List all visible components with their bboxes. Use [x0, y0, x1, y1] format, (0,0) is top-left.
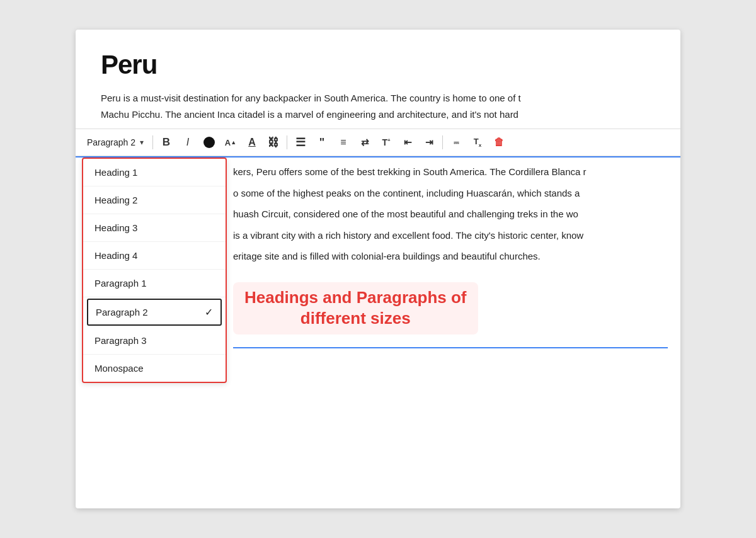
superscript-button[interactable]: T+	[377, 133, 396, 152]
delete-button[interactable]: 🗑	[490, 133, 508, 152]
indent-left-button[interactable]: ⇤	[398, 133, 417, 152]
dropdown-item-paragraph2[interactable]: Paragraph 2 ✓	[87, 299, 222, 326]
numbered-list-button[interactable]: ⇄	[355, 133, 374, 152]
link-icon: ⛓	[268, 136, 279, 149]
bottom-blue-line	[233, 347, 668, 348]
dropdown-item-heading3[interactable]: Heading 3	[83, 214, 226, 242]
quote-icon: "	[319, 136, 325, 149]
annotation-line1: Headings and Paragraphs of	[244, 287, 467, 309]
dropdown-item-heading4[interactable]: Heading 4	[83, 242, 226, 270]
color-button[interactable]	[200, 133, 219, 152]
content-line-5: eritage site and is filled with colonial…	[233, 248, 668, 265]
annotation-box: Headings and Paragraphs of different siz…	[233, 282, 478, 335]
body-line-1: Peru is a must-visit destination for any…	[101, 90, 655, 106]
style-selector-label: Paragraph 2	[87, 137, 137, 147]
content-line-3: huash Circuit, considered one of the mos…	[233, 206, 668, 222]
indent-right-icon: ⇥	[425, 137, 433, 148]
color-circle-icon	[203, 137, 215, 148]
toolbar-divider-1	[152, 135, 153, 149]
underline-icon: A	[248, 137, 256, 148]
link-button[interactable]: ⛓	[264, 133, 283, 152]
dropdown-item-heading1[interactable]: Heading 1	[83, 159, 226, 186]
dropdown-item-label: Heading 3	[94, 222, 137, 233]
numbered-list-icon: ⇄	[361, 137, 369, 148]
clear-format-icon: Tx	[474, 137, 481, 148]
quote-button[interactable]: "	[312, 133, 331, 152]
document-title: Peru	[76, 30, 680, 90]
content-area: Heading 1 Heading 2 Heading 3 Heading 4 …	[76, 156, 680, 361]
dropdown-item-paragraph1[interactable]: Paragraph 1	[83, 270, 226, 297]
checkmark-icon: ✓	[205, 306, 213, 318]
dropdown-item-paragraph3[interactable]: Paragraph 3	[83, 327, 226, 355]
dropdown-item-label: Monospace	[94, 363, 144, 374]
toolbar-divider-3	[442, 135, 443, 149]
dropdown-item-label: Heading 1	[94, 167, 137, 178]
bullet-list-button[interactable]: ≡	[334, 133, 353, 152]
dropdown-item-label: Paragraph 2	[96, 307, 148, 318]
indent-right-button[interactable]: ⇥	[420, 133, 438, 152]
italic-button[interactable]: I	[178, 133, 197, 152]
table-button[interactable]: ⎓	[447, 133, 466, 152]
dropdown-item-monospace[interactable]: Monospace	[83, 355, 226, 382]
content-line-2: o some of the highest peaks on the conti…	[233, 185, 668, 202]
editor-container: Peru Peru is a must-visit destination fo…	[76, 30, 680, 508]
font-size-up-button[interactable]: A▲	[221, 133, 240, 152]
dropdown-item-label: Paragraph 3	[94, 335, 147, 346]
dropdown-item-heading2[interactable]: Heading 2	[83, 186, 226, 214]
style-dropdown-menu[interactable]: Heading 1 Heading 2 Heading 3 Heading 4 …	[82, 157, 227, 383]
toolbar: Paragraph 2 ▾ B I A▲ A ⛓ ☰ " ≡ ⇄	[76, 129, 680, 156]
content-line-1: kers, Peru offers some of the best trekk…	[233, 164, 668, 180]
bullet-list-icon: ≡	[340, 137, 346, 148]
delete-icon: 🗑	[494, 137, 504, 148]
underline-button[interactable]: A	[243, 133, 261, 152]
style-selector[interactable]: Paragraph 2 ▾	[82, 135, 149, 150]
dropdown-item-label: Paragraph 1	[94, 278, 147, 289]
content-line-4: is a vibrant city with a rich history an…	[233, 227, 668, 244]
chevron-down-icon: ▾	[140, 138, 144, 147]
superscript-icon: T+	[382, 137, 390, 147]
toolbar-divider-2	[287, 135, 287, 149]
dropdown-item-label: Heading 2	[94, 195, 137, 205]
align-button[interactable]: ☰	[291, 133, 310, 152]
indent-left-icon: ⇤	[404, 137, 412, 148]
annotation-line2: different sizes	[244, 308, 467, 329]
align-icon: ☰	[295, 135, 306, 149]
clear-format-button[interactable]: Tx	[468, 133, 487, 152]
dropdown-item-label: Heading 4	[94, 250, 137, 261]
bold-button[interactable]: B	[157, 133, 176, 152]
body-line-2: Machu Picchu. The ancient Inca citadel i…	[101, 106, 655, 123]
table-icon: ⎓	[454, 137, 459, 147]
body-text-above-toolbar: Peru is a must-visit destination for any…	[76, 90, 680, 129]
